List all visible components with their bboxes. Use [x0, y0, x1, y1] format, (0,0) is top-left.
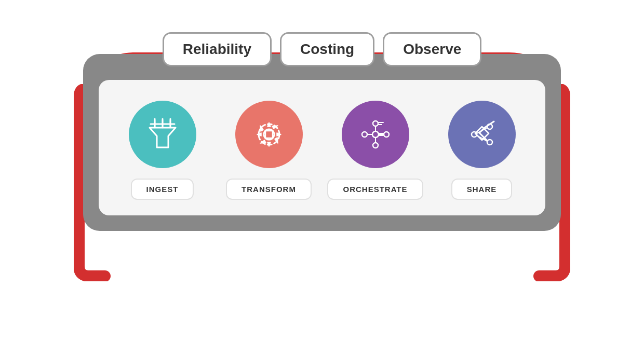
svg-point-11 [373, 121, 378, 126]
ingest-label: INGEST [131, 179, 194, 200]
card-orchestrate: ORCHESTRATE [327, 101, 423, 200]
funnel-icon [144, 116, 181, 153]
svg-point-14 [384, 132, 389, 137]
share-label: SHARE [451, 179, 513, 200]
svg-point-13 [362, 132, 367, 137]
orchestrate-label: ORCHESTRATE [327, 179, 423, 200]
svg-point-25 [487, 140, 492, 145]
inner-box: INGEST [99, 80, 545, 215]
share-icon-circle [448, 101, 516, 168]
gear-icon [251, 116, 287, 153]
outer-box: INGEST [83, 54, 561, 231]
card-transform: TRANSFORM [221, 101, 317, 200]
diagram-wrapper: Reliability Costing Observe [62, 32, 582, 323]
orchestrate-icon-circle [342, 101, 409, 168]
svg-point-8 [259, 124, 279, 145]
svg-rect-9 [265, 131, 273, 138]
network-icon [357, 116, 394, 153]
pill-observe: Observe [383, 32, 481, 66]
card-share: SHARE [434, 101, 530, 200]
pill-reliability: Reliability [163, 32, 272, 66]
transform-icon-circle [235, 101, 303, 168]
svg-point-12 [373, 143, 378, 148]
checkmark-network-icon [464, 116, 500, 153]
pill-costing: Costing [280, 32, 374, 66]
top-pills: Reliability Costing Observe [163, 32, 482, 66]
card-ingest: INGEST [114, 101, 210, 200]
transform-label: TRANSFORM [226, 179, 312, 200]
svg-point-10 [372, 131, 379, 138]
ingest-icon-circle [129, 101, 196, 168]
